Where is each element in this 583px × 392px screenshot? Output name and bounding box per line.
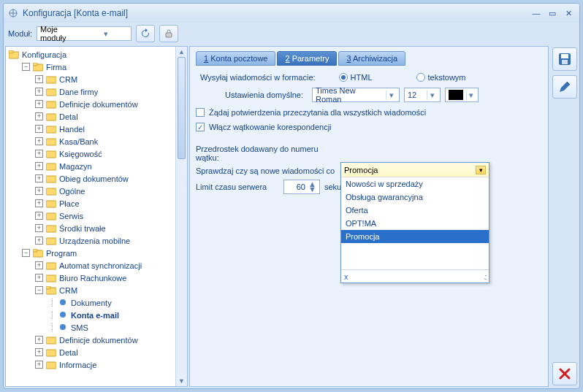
scroll-down-icon[interactable]: ▼ <box>176 376 187 386</box>
folder-icon <box>33 63 43 72</box>
prefix-combo-input[interactable]: Promocja ▾ <box>341 163 489 177</box>
dropdown-option[interactable]: Obsługa gwarancyjna <box>341 191 489 204</box>
expand-icon[interactable]: + <box>35 361 43 369</box>
tree-item[interactable]: +Detal <box>6 110 187 123</box>
tree-item[interactable]: +Kasa/Bank <box>6 135 187 147</box>
svg-rect-23 <box>46 275 56 282</box>
config-tree[interactable]: Konfiguracja −Firma +CRM +Dane firmy +De… <box>6 47 187 372</box>
dropdown-option[interactable]: Nowości w sprzedaży <box>341 177 489 191</box>
size-select[interactable]: 12▾ <box>404 88 441 102</box>
collapse-icon[interactable]: − <box>35 286 43 294</box>
chk-row-1[interactable]: Żądaj potwierdzenia przeczytania dla wsz… <box>196 108 542 117</box>
svg-rect-7 <box>46 89 56 96</box>
module-combo[interactable]: Moje moduły ▾ <box>37 26 132 41</box>
color-select[interactable]: ▾ <box>445 88 479 102</box>
tree-item[interactable]: +Urządzenia mobilne <box>6 234 187 247</box>
close-button[interactable]: ✕ <box>562 7 575 20</box>
tree-item[interactable]: +Środki trwałe <box>6 222 187 234</box>
scroll-up-icon[interactable]: ▲ <box>176 47 187 57</box>
expand-icon[interactable]: + <box>35 125 43 133</box>
scroll-thumb[interactable] <box>178 57 186 159</box>
collapse-icon[interactable]: − <box>22 63 30 71</box>
tab-accounts[interactable]: 1 Konta pocztowe <box>196 51 275 66</box>
tree-program[interactable]: −Program <box>6 247 187 259</box>
tree-item[interactable]: +Serwis <box>6 210 187 222</box>
folder-icon <box>46 237 56 245</box>
cancel-button[interactable] <box>552 362 577 385</box>
dropdown-blank <box>341 243 489 269</box>
radio-text[interactable]: tekstowym <box>416 73 466 82</box>
dropdown-footer: x .:: <box>341 269 489 283</box>
dropdown-option[interactable]: Oferta <box>341 204 489 217</box>
expand-icon[interactable]: + <box>35 112 43 120</box>
tree-item[interactable]: +Detal <box>6 346 187 358</box>
folder-icon <box>46 187 56 196</box>
spinner-arrows[interactable]: ▲▼ <box>308 182 316 192</box>
module-combo-value: Moje moduły <box>40 25 84 42</box>
tree-item[interactable]: +Płace <box>6 197 187 210</box>
tree-leaf-selected[interactable]: Konta e-mail <box>6 309 187 321</box>
tree-item[interactable]: +Magazyn <box>6 160 187 172</box>
tree-item[interactable]: +Definicje dokumentów <box>6 98 187 110</box>
refresh-button[interactable] <box>136 25 155 42</box>
tab-archive[interactable]: 3 Archiwizacja <box>338 51 405 66</box>
expand-icon[interactable]: + <box>35 187 43 195</box>
expand-icon[interactable]: + <box>35 274 43 282</box>
tree-item[interactable]: +Dane firmy <box>6 85 187 98</box>
timeout-input[interactable]: 60 ▲▼ <box>283 180 320 194</box>
tree-item[interactable]: +Informacje <box>6 358 187 371</box>
expand-icon[interactable]: + <box>35 199 43 207</box>
tree-item[interactable]: +Definicje dokumentów <box>6 334 187 346</box>
expand-icon[interactable]: + <box>35 336 43 344</box>
folder-icon <box>46 112 56 121</box>
app-icon <box>8 8 18 18</box>
tree-leaf[interactable]: SMS <box>6 321 187 334</box>
format-label: Wysyłaj wiadomości w formacie: <box>200 73 316 82</box>
tree-item[interactable]: +Automat synchronizacji <box>6 259 187 272</box>
expand-icon[interactable]: + <box>35 75 43 83</box>
folder-icon <box>46 174 56 183</box>
save-button[interactable] <box>552 47 577 71</box>
dropdown-option-selected[interactable]: Promocja <box>341 230 489 243</box>
svg-rect-34 <box>562 60 568 64</box>
tree-item[interactable]: +Księgowość <box>6 147 187 160</box>
expand-icon[interactable]: + <box>35 162 43 170</box>
expand-icon[interactable]: + <box>35 150 43 158</box>
expand-icon[interactable]: + <box>35 237 43 245</box>
expand-icon[interactable]: + <box>35 224 43 232</box>
pen-button[interactable] <box>552 75 577 99</box>
tree-crm[interactable]: −CRM <box>6 284 187 296</box>
svg-rect-3 <box>9 50 13 53</box>
chk-row-2[interactable]: ✓Włącz wątkowanie korespondencji <box>196 123 542 131</box>
font-select[interactable]: Times New Roman▾ <box>312 88 400 102</box>
minimize-button[interactable]: — <box>530 7 543 20</box>
expand-icon[interactable]: + <box>35 212 43 220</box>
dropdown-option[interactable]: OPT!MA <box>341 217 489 230</box>
expand-icon[interactable]: + <box>35 174 43 182</box>
radio-html[interactable]: HTML <box>339 73 373 82</box>
tree-root[interactable]: Konfiguracja <box>6 48 187 61</box>
expand-icon[interactable]: + <box>35 88 43 96</box>
lock-button[interactable] <box>159 25 178 42</box>
tree-item[interactable]: +Biuro Rachunkowe <box>6 272 187 284</box>
expand-icon[interactable]: + <box>35 100 43 108</box>
tree-firma[interactable]: −Firma <box>6 61 187 73</box>
collapse-icon[interactable]: − <box>22 249 30 257</box>
tree-item[interactable]: +Ogólne <box>6 185 187 197</box>
folder-icon <box>46 361 56 369</box>
expand-icon[interactable]: + <box>35 261 43 269</box>
defaults-row: Ustawienia domyślne: Times New Roman▾ 12… <box>196 88 542 102</box>
expand-icon[interactable]: + <box>35 348 43 356</box>
dropdown-close[interactable]: x <box>344 272 348 281</box>
resize-grip-icon[interactable]: .:: <box>484 272 486 281</box>
tree-leaf[interactable]: Dokumenty <box>6 296 187 309</box>
maximize-button[interactable]: ▭ <box>546 7 559 20</box>
tree-item[interactable]: +Handel <box>6 123 187 135</box>
svg-rect-12 <box>46 151 56 158</box>
tab-params[interactable]: 2 Parametry <box>277 51 337 66</box>
tree-item[interactable]: +Obieg dokumentów <box>6 172 187 185</box>
tree-scrollbar[interactable]: ▲ ▼ <box>175 47 187 386</box>
svg-rect-6 <box>46 77 56 83</box>
tree-item[interactable]: +CRM <box>6 73 187 85</box>
expand-icon[interactable]: + <box>35 137 43 145</box>
